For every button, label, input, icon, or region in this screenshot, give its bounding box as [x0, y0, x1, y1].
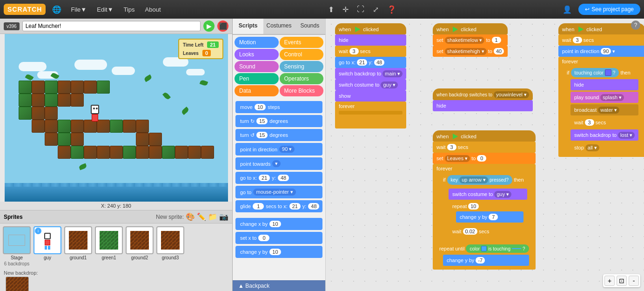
category-events[interactable]: Events [280, 37, 324, 48]
stop-dropdown[interactable]: all ▾ [585, 144, 599, 151]
block-forever-1[interactable]: forever [335, 102, 406, 129]
script-canvas[interactable]: when clicked hide wait 3 secs go to x: 2… [326, 19, 644, 291]
block-stop-all[interactable]: stop all ▾ [570, 142, 638, 153]
key-pressed-bool[interactable]: key up arrow ▾ pressed? [447, 175, 513, 185]
change-y-neg-val[interactable]: -7 [476, 257, 485, 264]
wait-val-5b[interactable]: 3 [585, 119, 594, 126]
goto-y-1[interactable]: 48 [374, 59, 384, 66]
if-block-4[interactable]: if key up arrow ▾ pressed? then switch c… [440, 173, 532, 241]
upload-sprite-icon[interactable]: ✏️ [197, 212, 206, 221]
block-costume-guy[interactable]: switch costume to guy ▾ [449, 189, 527, 200]
shrink-icon[interactable]: ⤢ [371, 3, 381, 16]
shaketimehigh-val[interactable]: 40 [494, 48, 504, 54]
block-switch-backdrop-1[interactable]: switch backdrop to main ▾ [335, 68, 406, 79]
block-forever-5[interactable]: forever if touching color ? then hide pl… [558, 57, 644, 157]
color-touching-bool[interactable]: color is touching ? [466, 244, 529, 253]
block-change-x[interactable]: change x by 10 [235, 218, 322, 230]
account-icon[interactable]: 👤 [561, 3, 574, 16]
block-set-shaketimelow[interactable]: set shaketimelow ▾ to 1 [433, 34, 508, 46]
repeat-until-block[interactable]: repeat until color is touching ? change … [436, 243, 532, 268]
move-steps-input[interactable]: 10 [255, 104, 266, 110]
block-move[interactable]: move 10 steps [235, 101, 322, 113]
project-name-input[interactable] [22, 21, 201, 31]
touching-color-bool[interactable]: touching color ? [571, 68, 619, 77]
stop-button[interactable]: ⬛ [217, 20, 228, 32]
tab-sounds[interactable]: Sounds [295, 19, 325, 34]
goto-x-1[interactable]: 21 [357, 59, 367, 66]
category-looks[interactable]: Looks [235, 49, 279, 60]
tab-scripts[interactable]: Scripts [233, 19, 263, 34]
set-x-input[interactable]: 0 [258, 235, 269, 241]
sprite-item-guy[interactable]: i guy [34, 226, 61, 266]
shaketimelow-val[interactable]: 1 [492, 37, 501, 43]
green-flag-button[interactable]: ▶ [203, 20, 215, 32]
shaketimehigh-dropdown[interactable]: shaketimehigh ▾ [445, 48, 487, 55]
block-wait-4[interactable]: wait 3 secs [433, 142, 536, 153]
glide-x-input[interactable]: 21 [289, 203, 301, 210]
tips-menu[interactable]: Tips [121, 4, 138, 15]
wait-002-val[interactable]: 0.02 [463, 228, 477, 235]
move-icon[interactable]: ✛ [341, 3, 350, 16]
block-wait-1[interactable]: wait 3 secs [335, 46, 406, 57]
category-control[interactable]: Control [280, 49, 324, 60]
globe-icon[interactable]: 🌐 [50, 3, 63, 16]
repeat-val-4[interactable]: 10 [468, 203, 478, 210]
block-set-shaketimehigh[interactable]: set shaketimehigh ▾ to 40 [433, 46, 508, 57]
go-to-y-input[interactable]: 48 [278, 175, 289, 181]
tab-costumes[interactable]: Costumes [263, 19, 294, 34]
broadcast-dropdown[interactable]: water ▾ [598, 107, 619, 114]
block-wait-5[interactable]: wait 3 secs [558, 34, 644, 46]
block-point-direction[interactable]: point in direction 90 ▾ [235, 143, 322, 156]
costume-guy-dropdown[interactable]: guy ▾ [494, 191, 511, 198]
zoom-in-btn[interactable]: + [604, 276, 615, 286]
category-sound[interactable]: Sound [235, 61, 279, 72]
hat-block-2[interactable]: when clicked [433, 23, 508, 34]
point-dir-dropdown[interactable]: 90 ▾ [279, 146, 295, 153]
leaves-val[interactable]: 0 [477, 155, 486, 162]
if-touching-color[interactable]: if touching color ? then hide play sound… [564, 66, 641, 155]
block-show-1[interactable]: show [335, 90, 406, 102]
glide-y-input[interactable]: 48 [308, 203, 319, 210]
help-toolbar-icon[interactable]: ❓ [385, 3, 398, 16]
block-turn-ccw[interactable]: turn ↺ 15 degrees [235, 129, 322, 141]
point-towards-dropdown[interactable]: ▾ [272, 160, 281, 167]
sprite-item-ground1[interactable]: ground1 [64, 226, 92, 266]
go-to-x-input[interactable]: 21 [259, 175, 270, 181]
backdrop-lost-dropdown[interactable]: lost ▾ [618, 132, 635, 139]
change-y-val-4[interactable]: 7 [489, 214, 498, 220]
category-data[interactable]: Data [235, 85, 279, 96]
block-hide-1[interactable]: hide [335, 34, 406, 46]
about-menu[interactable]: About [142, 4, 164, 15]
category-more-blocks[interactable]: More Blocks [280, 85, 324, 96]
block-set-leaves[interactable]: set Leaves ▾ to 0 [433, 153, 536, 164]
block-forever-4[interactable]: forever if key up arrow ▾ pressed? then … [433, 164, 536, 270]
sprite-item-ground3[interactable]: ground3 [156, 226, 184, 266]
zoom-out-btn[interactable]: - [629, 276, 639, 286]
category-sensing[interactable]: Sensing [280, 61, 324, 72]
camera-sprite-icon[interactable]: 📷 [219, 212, 228, 221]
hat-block-3[interactable]: when backdrop switches to youwinlevel ▾ [433, 88, 533, 100]
block-wait-5b[interactable]: wait 3 secs [570, 117, 638, 128]
see-project-btn[interactable]: ↩ See project page [578, 4, 640, 15]
edit-menu[interactable]: Edit▼ [94, 4, 116, 15]
block-set-x[interactable]: set x to 0 [235, 232, 322, 244]
block-go-to[interactable]: go to mouse-pointer ▾ [235, 186, 322, 198]
zoom-reset-btn[interactable]: ⊡ [617, 276, 627, 286]
upload-icon[interactable]: ⬆ [326, 3, 336, 16]
backpack-bar[interactable]: ▲ Backpack [233, 280, 325, 291]
block-wait-002[interactable]: wait 0.02 secs [449, 226, 527, 237]
file-menu[interactable]: File▼ [68, 4, 89, 15]
turn-cw-input[interactable]: 15 [256, 118, 268, 124]
block-go-to-xy[interactable]: go to x: 21 y: 48 [235, 172, 322, 184]
block-change-y-neg[interactable]: change y by -7 [443, 255, 529, 266]
block-point-towards[interactable]: point towards ▾ [235, 157, 322, 170]
sprite-item-stage[interactable]: Stage 6 backdrops [3, 226, 31, 266]
change-x-input[interactable]: 10 [269, 221, 281, 227]
shaketimelow-dropdown[interactable]: shaketimelow ▾ [445, 37, 485, 44]
leaves-dropdown[interactable]: Leaves ▾ [445, 155, 470, 162]
block-hide-2[interactable]: hide [433, 100, 533, 111]
block-switch-costume-1[interactable]: switch costume to guy ▾ [335, 79, 406, 90]
block-play-sound-splash[interactable]: play sound splash ▾ [570, 92, 638, 103]
key-dropdown[interactable]: up arrow ▾ [459, 176, 488, 183]
category-pen[interactable]: Pen [235, 73, 279, 84]
